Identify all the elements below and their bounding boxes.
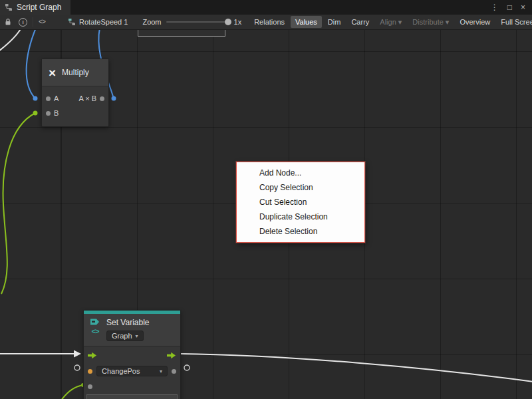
variable-value-row: ChangePos ▾ [84,362,180,379]
graph-toolbar: i <> RotateSpeed 1 Zoom 1x Relations Val… [0,15,532,30]
chevron-down-icon: ▾ [160,368,162,374]
menu-item-duplicate-selection[interactable]: Duplicate Selection [237,209,364,224]
maximize-icon[interactable]: □ [507,3,512,12]
new-value-input-port[interactable] [88,384,92,389]
script-graph-icon [5,3,13,11]
variable-name-dropdown[interactable]: ChangePos ▾ [96,366,168,376]
multiply-icon: × [49,66,56,79]
set-variable-icon: <> [89,318,101,341]
port-b-label: B [54,109,59,117]
multiply-node-title: Multiply [62,68,89,77]
tab-title: Script Graph [17,3,61,12]
inline-value-field[interactable] [86,394,178,399]
toolbar-divider [33,17,33,27]
flow-input-arrow-icon[interactable] [88,352,97,359]
zoom-label: Zoom [142,18,161,26]
zoom-value: 1x [234,18,242,26]
full-screen-button[interactable]: Full Screen [496,16,532,28]
window-menu-icon[interactable]: ⋮ [491,3,499,12]
variable-scope-value: Graph [112,332,132,340]
zoom-slider[interactable] [166,21,229,23]
set-variable-title: Set Variable [106,318,149,327]
multiply-node[interactable]: × Multiply A A × B B [41,59,109,127]
distribute-button[interactable]: Distribute ▾ [408,16,454,29]
variable-code-icon: <> [91,328,98,336]
info-icon[interactable]: i [19,17,27,27]
lock-icon[interactable] [4,17,12,27]
menu-item-add-node[interactable]: Add Node... [237,166,364,180]
zoom-slider-knob[interactable] [225,19,231,25]
variable-scope-dropdown[interactable]: Graph ▾ [106,331,144,341]
variable-input-port[interactable] [88,369,92,374]
port-out-output[interactable] [100,96,104,101]
variable-output-port[interactable] [172,369,176,374]
unity-script-graph-window: Script Graph ⋮ □ × i <> R [0,0,532,399]
breadcrumb-graph-icon [68,18,76,26]
flow-output-arrow-icon[interactable] [167,352,176,359]
window-controls: ⋮ □ × [491,3,532,12]
port-a-label: A [54,94,59,102]
code-icon[interactable]: <> [39,17,45,27]
menu-item-delete-selection[interactable]: Delete Selection [237,224,364,239]
flow-port-row [84,346,180,362]
carry-button[interactable]: Carry [346,16,374,28]
tab-script-graph[interactable]: Script Graph [0,0,70,15]
menu-item-copy-selection[interactable]: Copy Selection [237,180,364,195]
port-b-input[interactable] [46,111,51,116]
context-menu: Add Node... Copy Selection Cut Selection… [236,162,365,243]
align-button[interactable]: Align ▾ [375,16,406,29]
breadcrumb-label: RotateSpeed 1 [79,18,128,26]
variable-name-value: ChangePos [102,367,140,375]
toolbar-buttons: Relations Values Dim Carry Align ▾ Distr… [249,16,532,29]
titlebar: Script Graph ⋮ □ × [0,0,532,15]
chevron-down-icon: ▾ [136,333,138,339]
dim-button[interactable]: Dim [323,16,346,28]
close-icon[interactable]: × [521,3,525,12]
set-variable-header[interactable]: <> Set Variable Graph ▾ [84,314,180,346]
set-variable-header-text: Set Variable Graph ▾ [106,318,149,341]
values-button[interactable]: Values [291,16,322,28]
port-row-b: B [42,106,108,120]
overview-button[interactable]: Overview [455,16,495,28]
menu-item-cut-selection[interactable]: Cut Selection [237,195,364,209]
multiply-node-header[interactable]: × Multiply [42,59,108,86]
multiply-node-body: A A × B B [42,86,108,126]
relations-button[interactable]: Relations [249,16,289,28]
clipped-node-field[interactable] [138,29,225,37]
value-input-row [84,379,180,389]
port-a-input[interactable] [46,96,51,101]
port-row-a: A A × B [42,91,108,106]
zoom-control: Zoom 1x [142,18,241,26]
set-variable-node[interactable]: <> Set Variable Graph ▾ ChangePos ▾ [83,310,181,399]
graph-breadcrumb[interactable]: RotateSpeed 1 [68,18,128,26]
port-out-label: A × B [78,94,96,102]
